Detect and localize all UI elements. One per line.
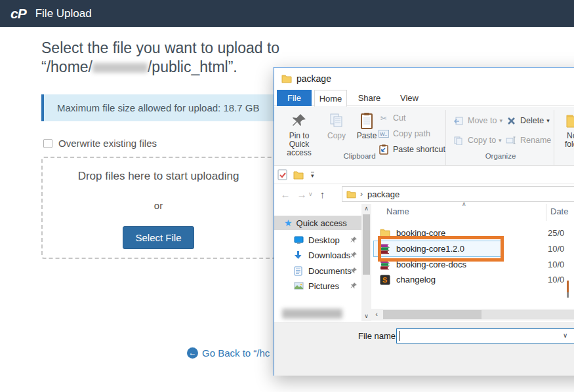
folder-icon xyxy=(380,228,390,239)
file-name: booking-core xyxy=(396,228,445,238)
svg-text:S: S xyxy=(382,276,387,284)
go-back-link-label: Go Back to “/hc xyxy=(202,347,270,359)
new-folder-icon xyxy=(558,109,574,132)
hscrollbar-track[interactable] xyxy=(383,310,574,319)
pictures-pin-icon xyxy=(350,282,358,289)
clipboard-group-label: Clipboard xyxy=(314,152,405,160)
quick-access-label: Quick access xyxy=(297,218,347,228)
file-row-changelog[interactable]: S changelog xyxy=(374,272,574,287)
address-bar-row: ← → ∨ ↑ › package xyxy=(274,184,574,204)
file-date: 10/0 xyxy=(548,275,574,284)
dropzone-or: or xyxy=(43,200,274,211)
file-list-horizontal-scrollbar[interactable]: ‹ xyxy=(371,309,574,321)
back-arrow-icon[interactable]: ← xyxy=(280,189,291,200)
column-separator[interactable] xyxy=(546,204,546,221)
qat-folder-icon[interactable] xyxy=(293,170,304,180)
copy-to-icon xyxy=(453,136,464,145)
tab-home[interactable]: Home xyxy=(314,90,347,107)
text-caret xyxy=(399,331,400,341)
select-file-button[interactable]: Select File xyxy=(123,226,194,249)
qat-customize-caret-icon[interactable]: ▾ xyxy=(311,172,314,178)
pin-to-quick-access-button[interactable]: Pin to Quick access xyxy=(278,109,320,157)
delete-label: Delete xyxy=(520,116,544,125)
scroll-left-icon[interactable]: ‹ xyxy=(371,309,382,321)
scroll-up-icon[interactable]: ∧ xyxy=(361,204,371,214)
move-to-button[interactable]: Move to ▾ xyxy=(453,113,502,128)
delete-dropdown-caret: ▾ xyxy=(546,117,550,124)
file-name-input[interactable] xyxy=(396,328,574,343)
dropzone-title: Drop files here to start uploading xyxy=(43,170,274,183)
explorer-titlebar[interactable]: package xyxy=(274,68,574,90)
pushpin-icon xyxy=(278,109,320,132)
nav-item-downloads[interactable]: Downloads xyxy=(274,248,361,262)
file-name-label: File name: xyxy=(358,331,398,341)
forward-arrow-icon[interactable]: → xyxy=(297,189,307,200)
overwrite-label: Overwrite existing files xyxy=(58,138,157,149)
file-explorer-window: package File Home Share View Pin to Quic… xyxy=(274,67,574,376)
new-folder-label-line2: folder xyxy=(558,140,574,149)
upload-heading-line1: Select the file you want to upload to xyxy=(41,39,279,56)
desktop-icon xyxy=(294,236,304,245)
copy-path-icon: W.. xyxy=(378,130,390,138)
scrollbar-thumb[interactable] xyxy=(363,214,370,275)
file-row-booking-core-docs[interactable]: booking-core-docs xyxy=(374,257,574,272)
nav-item-pictures[interactable]: Pictures xyxy=(274,279,361,293)
file-dropzone[interactable]: Drop files here to start uploading or Se… xyxy=(41,157,276,259)
navigation-scrollbar[interactable]: ∧ ∨ xyxy=(361,204,371,321)
up-arrow-icon[interactable]: ↑ xyxy=(318,189,328,200)
navigation-pane: ★ Quick access Desktop Downloads xyxy=(274,204,361,321)
rename-label: Rename xyxy=(520,136,551,145)
copy-to-dropdown-caret: ▾ xyxy=(499,137,502,144)
tab-share[interactable]: Share xyxy=(352,90,387,106)
nav-item-quick-access[interactable]: ★ Quick access xyxy=(274,216,361,230)
desktop-pin-icon xyxy=(350,236,358,243)
column-header-name[interactable]: Name xyxy=(386,206,409,216)
address-folder-icon xyxy=(346,190,356,199)
desktop-label: Desktop xyxy=(308,235,340,245)
file-date: 10/0 xyxy=(548,244,574,254)
quick-access-star-icon: ★ xyxy=(284,218,293,228)
breadcrumb-current-folder[interactable]: package xyxy=(367,189,400,199)
rename-icon xyxy=(505,136,517,144)
upload-path-suffix: /public_html”. xyxy=(148,58,237,75)
address-bar[interactable]: › package xyxy=(342,186,574,202)
pictures-icon xyxy=(294,282,304,290)
delete-x-icon xyxy=(505,117,517,125)
downloads-pin-icon xyxy=(350,251,358,258)
overwrite-option[interactable]: Overwrite existing files xyxy=(43,138,157,149)
copy-path-button[interactable]: W.. Copy path xyxy=(378,127,430,141)
copy-path-label: Copy path xyxy=(393,129,430,138)
sublime-text-file-icon: S xyxy=(380,275,390,285)
copy-button[interactable]: Copy xyxy=(323,109,350,140)
overwrite-checkbox[interactable] xyxy=(43,139,52,148)
file-row-booking-core-1-2-0[interactable]: booking-core1.2.0 xyxy=(374,241,501,256)
new-folder-button[interactable]: New folder xyxy=(558,109,574,149)
sort-ascending-icon: ∧ xyxy=(462,201,466,207)
file-row-booking-core[interactable]: booking-core xyxy=(374,225,574,241)
circle-back-arrow-icon: ← xyxy=(187,347,198,359)
copy-to-button[interactable]: Copy to ▾ xyxy=(453,133,502,147)
stray-annotation-mark xyxy=(567,281,569,298)
redacted-username xyxy=(92,63,148,73)
rename-button[interactable]: Rename xyxy=(505,133,551,147)
file-date: 10/0 xyxy=(548,260,574,269)
file-name-combo-caret-icon[interactable]: ∨ xyxy=(563,332,567,339)
svg-text:W..: W.. xyxy=(380,131,388,137)
rar-archive-icon xyxy=(380,244,390,254)
redacted-nav-item xyxy=(282,309,342,319)
tab-file[interactable]: File xyxy=(277,90,312,106)
organize-group-label: Organize xyxy=(455,152,546,160)
cut-button[interactable]: ✂ Cut xyxy=(378,111,405,125)
tab-view[interactable]: View xyxy=(392,90,426,106)
scroll-down-icon[interactable]: ∨ xyxy=(361,311,371,321)
nav-item-documents[interactable]: Documents xyxy=(274,264,361,278)
column-header-date[interactable]: Date xyxy=(550,206,568,216)
go-back-link[interactable]: ← Go Back to “/hc xyxy=(187,347,270,359)
properties-doc-icon[interactable] xyxy=(277,169,287,180)
copy-icon xyxy=(323,109,350,132)
delete-button[interactable]: Delete ▾ xyxy=(505,113,550,128)
nav-item-desktop[interactable]: Desktop xyxy=(274,233,361,247)
hscrollbar-thumb[interactable] xyxy=(383,310,482,319)
recent-locations-caret-icon[interactable]: ∨ xyxy=(308,191,313,197)
file-name: booking-core-docs xyxy=(396,260,466,269)
